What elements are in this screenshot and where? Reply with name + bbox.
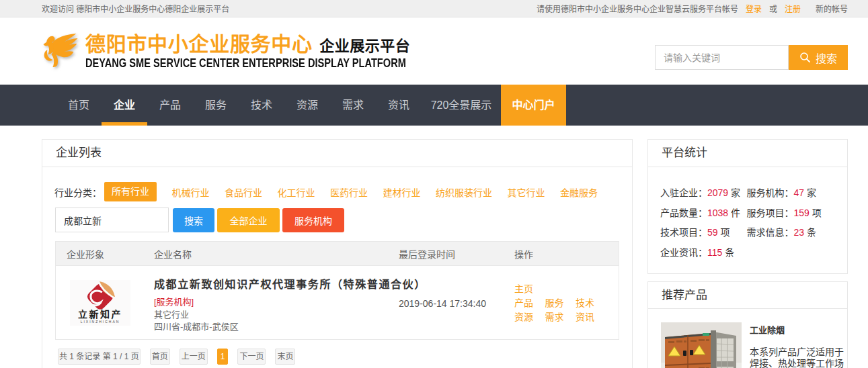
header-search: 搜索 (655, 45, 848, 70)
stat-row: 入驻企业：2079 家 服务机构：47 家 (660, 183, 835, 203)
company-search-row: 搜索 全部企业 服务机构 (55, 208, 619, 232)
header-search-label: 搜索 (816, 50, 837, 66)
nav-item-home[interactable]: 首页 (56, 85, 102, 126)
company-actions: 主页 产品 服务 技术 资源 需求 资讯 (504, 282, 619, 324)
stat-row: 企业资讯：115 条 (660, 243, 835, 263)
stat-row: 产品数量：1038 件 服务项目：159 项 (660, 203, 835, 224)
nav-item-demands[interactable]: 需求 (330, 85, 376, 126)
col-last-login: 最后登录时间 (388, 247, 504, 261)
brand-title-en: DEYANG SME SERVICE CENTER ENTERPRISE DIS… (85, 56, 406, 71)
table-row: 立新知产 LIXINZHICHAN 成都立新致创知识产权代理事务所（特殊普通合伙… (56, 266, 619, 339)
login-link[interactable]: 登录 (746, 3, 762, 14)
pagination-last[interactable]: 末页 (275, 349, 295, 365)
company-industry: 其它行业 (154, 309, 388, 322)
action-products-link[interactable]: 产品 (514, 296, 533, 310)
company-name[interactable]: 成都立新致创知识产权代理事务所（特殊普通合伙） (154, 277, 388, 292)
nav-item-news[interactable]: 资讯 (376, 85, 422, 126)
main-nav: 首页 企业 产品 服务 技术 资源 需求 资讯 720全景展示 中心门户 (0, 85, 868, 126)
pagination-summary: 共 1 条记录 第 1 / 1 页 (58, 349, 141, 365)
svg-text:立新知产: 立新知产 (78, 309, 122, 320)
svg-text:LIXINZHICHAN: LIXINZHICHAN (81, 320, 120, 324)
category-pharmaceutical[interactable]: 医药行业 (330, 185, 368, 199)
header: 德阳市中小企业服务中心 企业展示平台 DEYANG SME SERVICE CE… (0, 17, 868, 85)
brand-title-cn: 德阳市中小企业服务中心 (85, 33, 313, 55)
category-finance[interactable]: 金融服务 (560, 185, 598, 199)
action-demands-link[interactable]: 需求 (545, 310, 564, 324)
nav-item-enterprise[interactable]: 企业 (102, 85, 147, 126)
nav-item-services[interactable]: 服务 (193, 85, 239, 126)
col-actions: 操作 (504, 247, 619, 261)
recommended-products-panel: 推荐产品 (647, 281, 848, 368)
enterprise-list-title: 企业列表 (42, 140, 632, 167)
header-search-button[interactable]: 搜索 (789, 45, 848, 70)
product-name[interactable]: 工业除烟 (750, 325, 848, 336)
wing-logo-icon (43, 33, 79, 67)
category-all-industries[interactable]: 所有行业 (104, 182, 157, 201)
product-image[interactable] (661, 322, 742, 368)
category-chemical[interactable]: 化工行业 (278, 185, 315, 199)
stat-tech-projects: 技术项目：59 项 (660, 223, 747, 243)
keyword-search-input[interactable] (655, 45, 789, 70)
register-link[interactable]: 注册 (785, 3, 801, 14)
stat-products: 产品数量：1038 件 (660, 203, 747, 224)
company-tag: [服务机构] (154, 296, 388, 309)
nav-item-technology[interactable]: 技术 (239, 85, 284, 126)
pagination-first[interactable]: 首页 (150, 349, 170, 365)
recommended-products-title: 推荐产品 (648, 282, 847, 309)
platform-stats-title: 平台统计 (648, 140, 847, 167)
industry-filter-label: 行业分类： (54, 185, 102, 199)
nav-item-720-panorama[interactable]: 720全景展示 (422, 85, 501, 126)
category-food[interactable]: 食品行业 (225, 185, 262, 199)
pagination: 共 1 条记录 第 1 / 1 页 首页 上一页 1 下一页 末页 (58, 349, 619, 365)
category-machinery[interactable]: 机械行业 (172, 185, 210, 199)
col-company-name: 企业名称 (143, 247, 388, 261)
topbar: 欢迎访问 德阳市中小企业服务中心德阳企业展示平台 请使用德阳市中小企业服务中心企… (0, 0, 868, 17)
company-table-header: 企业形象 企业名称 最后登录时间 操作 (56, 242, 619, 266)
product-item: 工业除烟 本系列产品广泛适用于焊接、热处理等工作场 (661, 322, 844, 368)
stat-company-news: 企业资讯：115 条 (660, 243, 747, 263)
industry-filter-row: 行业分类： 所有行业 机械行业 食品行业 化工行业 医药行业 建材行业 纺织服装… (54, 182, 619, 201)
pagination-prev[interactable]: 上一页 (180, 349, 208, 365)
welcome-text: 欢迎访问 德阳市中小企业服务中心德阳企业展示平台 (42, 3, 229, 14)
stat-service-orgs: 服务机构：47 家 (747, 183, 816, 203)
new-account-text: 新的帐号 (816, 3, 848, 14)
category-building-materials[interactable]: 建材行业 (383, 185, 421, 199)
nav-item-products[interactable]: 产品 (147, 85, 193, 126)
company-search-button[interactable]: 搜索 (173, 208, 214, 232)
action-services-link[interactable]: 服务 (545, 296, 564, 310)
action-home-link[interactable]: 主页 (514, 282, 533, 296)
magnifier-icon (799, 52, 811, 63)
account-hint-text: 请使用德阳市中小企业服务中心企业智慧云服务平台帐号 (537, 3, 738, 14)
or-text: 或 (769, 3, 777, 14)
platform-stats-panel: 平台统计 入驻企业：2079 家 服务机构：47 家 产品数量：1038 件 服… (647, 139, 848, 274)
service-orgs-button[interactable]: 服务机构 (282, 208, 344, 232)
enterprise-list-panel: 企业列表 行业分类： 所有行业 机械行业 食品行业 化工行业 医药行业 建材行业… (42, 139, 633, 368)
category-other[interactable]: 其它行业 (508, 185, 545, 199)
company-search-input[interactable] (55, 208, 169, 232)
company-region: 四川省-成都市-武侯区 (154, 321, 388, 334)
company-logo-image[interactable]: 立新知产 LIXINZHICHAN (70, 280, 130, 326)
category-textile-apparel[interactable]: 纺织服装行业 (436, 185, 492, 199)
last-login-time: 2019-06-14 17:34:40 (388, 298, 504, 309)
all-companies-button[interactable]: 全部企业 (217, 208, 280, 232)
stat-companies: 入驻企业：2079 家 (660, 183, 747, 203)
action-tech-link[interactable]: 技术 (576, 296, 594, 310)
col-company-image: 企业形象 (56, 247, 143, 261)
stat-service-items: 服务项目：159 项 (747, 203, 822, 224)
action-resources-link[interactable]: 资源 (514, 310, 533, 324)
brand-subtitle-cn: 企业展示平台 (319, 38, 410, 54)
company-table: 企业形象 企业名称 最后登录时间 操作 立新知产 LIXINZHICHAN (55, 241, 619, 340)
product-description: 本系列产品广泛适用于焊接、热处理等工作场 (750, 347, 848, 368)
nav-item-center-portal[interactable]: 中心门户 (501, 85, 566, 126)
action-news-link[interactable]: 资讯 (576, 310, 594, 324)
stat-demand-info: 需求信息：23 条 (747, 223, 816, 243)
pagination-next[interactable]: 下一页 (237, 349, 266, 365)
stat-row: 技术项目：59 项 需求信息：23 条 (660, 223, 835, 243)
nav-item-resources[interactable]: 资源 (284, 85, 330, 126)
pagination-page-1[interactable]: 1 (217, 349, 229, 365)
